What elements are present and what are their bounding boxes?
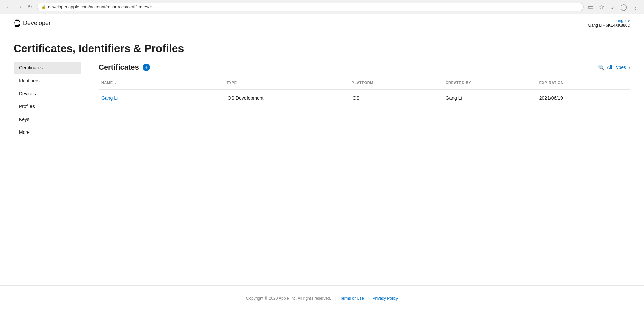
sidebar-item-more[interactable]: More — [14, 126, 81, 138]
filter-area[interactable]: 🔍 All Types ∨ — [598, 64, 630, 71]
privacy-policy-link[interactable]: Privacy Policy — [373, 296, 398, 301]
sort-arrow-icon: ⌄ — [114, 81, 117, 84]
footer: Copyright © 2020 Apple Inc. All rights r… — [0, 285, 644, 311]
search-icon: 🔍 — [598, 64, 605, 71]
page-header: Developer gang li ∨ Gang Li - 6KL4XK886D — [0, 14, 644, 32]
certificate-expiration: 2021/06/19 — [537, 94, 630, 102]
column-header-created-by: CREATED BY — [443, 79, 537, 87]
certificate-platform: iOS — [349, 94, 443, 102]
lock-icon: 🔒 — [41, 5, 46, 9]
back-button[interactable]: ← — [4, 3, 14, 11]
column-header-platform: PLATFORM — [349, 79, 443, 87]
apple-logo-icon — [14, 19, 20, 27]
panel-title: Certificates — [99, 63, 139, 72]
column-header-expiration: EXPIRATION — [537, 79, 630, 87]
footer-separator-2: | — [368, 296, 369, 301]
certificate-created-by: Gang Li — [443, 94, 537, 102]
column-name-label: NAME — [101, 81, 113, 85]
browser-actions: ▭ ☆ ⌄ ◯ ⋮ — [586, 3, 640, 12]
terms-of-use-link[interactable]: Terms of Use — [340, 296, 364, 301]
copyright-text: Copyright © 2020 Apple Inc. All rights r… — [246, 296, 331, 301]
panel-header: Certificates + 🔍 All Types ∨ — [99, 62, 630, 72]
browser-nav-buttons: ← → ↻ — [4, 3, 34, 11]
sidebar-item-profiles[interactable]: Profiles — [14, 100, 81, 113]
sidebar-item-keys[interactable]: Keys — [14, 113, 81, 125]
browser-chrome: ← → ↻ 🔒 developer.apple.com/account/reso… — [0, 0, 644, 14]
forward-button[interactable]: → — [15, 3, 24, 11]
username[interactable]: gang li ∨ — [588, 18, 630, 23]
account-button[interactable]: ◯ — [619, 3, 628, 12]
menu-button[interactable]: ⋮ — [631, 3, 640, 12]
address-bar[interactable]: 🔒 developer.apple.com/account/resources/… — [37, 3, 584, 11]
refresh-button[interactable]: ↻ — [26, 3, 34, 11]
certificate-type: iOS Development — [224, 94, 349, 102]
panel-title-area: Certificates + — [99, 63, 150, 72]
page-title: Certificates, Identifiers & Profiles — [0, 32, 644, 62]
developer-logo-text: Developer — [23, 20, 51, 27]
footer-separator: | — [335, 296, 336, 301]
team-info: Gang Li - 6KL4XK886D — [588, 23, 630, 28]
sidebar-item-certificates[interactable]: Certificates — [14, 62, 81, 74]
table-row: Gang Li iOS Development iOS Gang Li 2021… — [99, 90, 630, 106]
sidebar: Certificates Identifiers Devices Profile… — [14, 62, 81, 265]
certificates-table: NAME ⌄ TYPE PLATFORM CREATED BY EXPIRATI… — [99, 79, 630, 106]
add-certificate-button[interactable]: + — [143, 64, 150, 71]
content-area: Certificates Identifiers Devices Profile… — [0, 62, 644, 265]
main-panel: Certificates + 🔍 All Types ∨ NAME ⌄ TYPE… — [88, 62, 630, 265]
user-info: gang li ∨ Gang Li - 6KL4XK886D — [588, 18, 630, 28]
column-header-type: TYPE — [224, 79, 349, 87]
apple-developer-logo[interactable]: Developer — [14, 19, 51, 27]
table-header: NAME ⌄ TYPE PLATFORM CREATED BY EXPIRATI… — [99, 79, 630, 90]
url-text: developer.apple.com/account/resources/ce… — [48, 4, 155, 9]
column-header-name[interactable]: NAME ⌄ — [99, 79, 224, 87]
download-button[interactable]: ⌄ — [608, 3, 616, 12]
filter-label: All Types — [607, 65, 626, 70]
sidebar-item-identifiers[interactable]: Identifiers — [14, 75, 81, 87]
sidebar-item-devices[interactable]: Devices — [14, 87, 81, 100]
certificate-name[interactable]: Gang Li — [99, 94, 224, 102]
chevron-down-icon: ∨ — [628, 66, 630, 69]
cast-button[interactable]: ▭ — [586, 3, 595, 12]
bookmark-button[interactable]: ☆ — [598, 3, 606, 12]
